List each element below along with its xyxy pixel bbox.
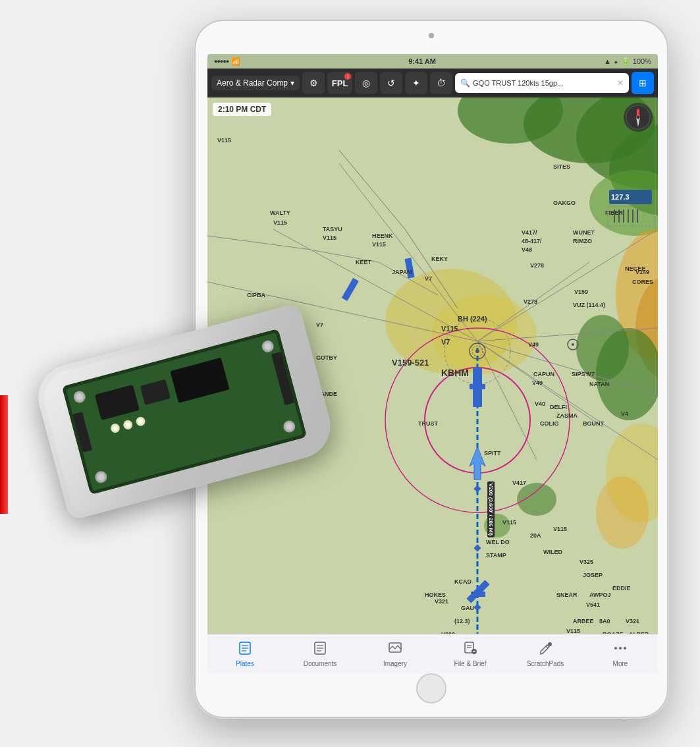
device-body [31,303,337,521]
refresh-icon: ↺ [387,78,395,88]
screw-bl [94,470,108,484]
rimzo-label: RIMZO [573,238,592,244]
bh-vor-label: BH (224) [458,315,487,323]
v159-521-main: V159-521 [392,358,429,368]
v321-label2: V321 [435,598,448,605]
more-icon [613,641,628,659]
keky-label: KEKY [431,256,448,262]
time-display: 2:10 PM CDT [213,103,271,116]
v159-label: V159 [574,289,588,295]
star-icon: ✦ [412,78,420,88]
layers-button[interactable]: ⊞ [632,72,654,94]
timer-icon: ⏱ [437,78,446,88]
connector-2 [271,352,294,405]
route-label: V209 (3,600' / 286 MI) [487,482,495,538]
capun-label: CAPUN [533,371,554,377]
arbee-label: ARBEE [573,618,594,624]
main-chip [170,358,229,403]
bluetooth-icon: ⬥ [614,57,618,65]
tab-more[interactable]: More [583,634,658,673]
v115-label-1: V115 [217,137,231,144]
v40-label: V40 [535,401,545,407]
layer-dropdown[interactable]: Aero & Radar Comp ▾ [211,76,300,90]
scratchpads-label: ScratchPads [527,660,564,667]
v417-label: V417/ [522,229,537,236]
v325-label: V325 [579,559,593,565]
spitt-label: SPITT [484,450,501,456]
battery-label: 100% [633,57,651,65]
file-brief-icon [463,641,477,659]
fiber-label: FIBER [605,209,623,216]
hokes-label: HOKES [425,592,446,598]
more-label: More [613,660,628,667]
location-icon: ▲ [604,57,611,65]
device-interior [62,329,307,495]
led-row [109,416,146,433]
v7-label4: V7 [587,371,595,377]
svg-line-15 [207,236,306,249]
v4-label: V4 [621,410,628,417]
status-time: 9:41 AM [408,57,436,65]
documents-label: Documents [304,660,337,667]
v115-label-3: V115 [323,235,337,241]
kbhm-label: KBHM [441,368,469,378]
v278-label: V278 [524,298,537,305]
8a0-label: 8A0 [599,618,610,624]
v115-label5: V115 [441,325,458,333]
home-button[interactable] [416,673,446,704]
camera [429,33,434,38]
keet-label: KEET [356,259,371,265]
svg-rect-50 [471,592,485,597]
wifi-icon: 📶 [231,57,240,66]
gear-icon: ⚙ [310,78,318,88]
imagery-icon [388,641,402,659]
documents-icon [313,641,327,659]
tab-plates[interactable]: Plates [207,634,283,673]
v115-label7: V115 [553,526,567,532]
tab-bar: Plates Documents [207,634,658,673]
screw-tr [261,339,275,354]
svg-line-76 [546,646,548,648]
walty-label: WALTY [270,209,290,216]
tab-documents[interactable]: Documents [283,634,358,673]
timer-btn[interactable]: ⏱ [430,72,452,94]
status-right: ▲ ⬥ 🔋 100% [604,57,651,66]
refresh-btn[interactable]: ↺ [380,72,402,94]
svg-point-11 [517,483,556,516]
trust-label: TRUST [418,420,438,427]
kcad-label: KCAD [454,578,471,585]
gau-freq: (12.3) [454,618,470,624]
circle-btn[interactable]: ◎ [355,72,377,94]
cipba-label: CIPBA [247,292,265,298]
josep-label: JOSEP [583,572,603,578]
svg-point-38 [572,343,574,346]
plates-icon [238,641,252,659]
tab-imagery[interactable]: Imagery [358,634,433,673]
search-box[interactable]: 🔍 GQO TRUST 120kts 15gp... ✕ [455,73,629,93]
svg-point-77 [548,642,552,646]
v115-label8: V115 [566,628,580,634]
clear-search-button[interactable]: ✕ [617,78,624,88]
tab-scratchpads[interactable]: ScratchPads [508,634,583,673]
led-1 [109,422,121,433]
svg-point-80 [624,647,626,650]
file-brief-label: File & Brief [454,660,487,667]
screw-tl [72,389,87,404]
tab-file-brief[interactable]: File & Brief [433,634,508,673]
compass[interactable]: N [624,103,653,132]
ic-chip [95,385,140,420]
sites-label: SITES [553,163,570,170]
v541-label: V541 [586,601,600,608]
status-left: ●●●●● 📶 [214,57,240,66]
layer-label: Aero & Radar Comp [217,78,288,88]
v417-map: V417 [512,480,526,486]
connector-1 [72,412,92,453]
star-btn[interactable]: ✦ [405,72,427,94]
led-3 [135,416,146,427]
svg-rect-42 [473,544,481,551]
gear-button[interactable]: ⚙ [302,72,325,94]
fpl-button[interactable]: FPL ! [327,72,352,94]
heenk-label: HEENK [372,233,393,239]
screw-br [282,420,296,434]
compass-icon: N [626,105,651,130]
